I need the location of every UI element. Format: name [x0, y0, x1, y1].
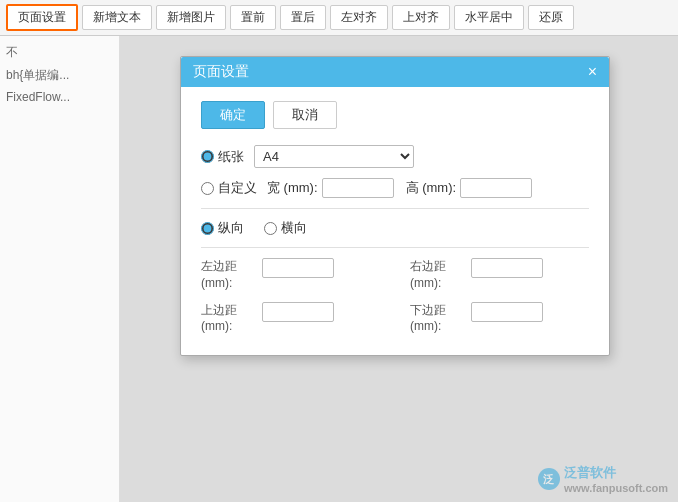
- toolbar-btn-5[interactable]: 左对齐: [330, 5, 388, 30]
- toolbar-btn-8[interactable]: 还原: [528, 5, 574, 30]
- divider2: [201, 247, 589, 248]
- main-area: 不bh{单据编...FixedFlow... 页面设置 × 确定 取消 纸张: [0, 36, 678, 502]
- landscape-label[interactable]: 横向: [264, 219, 307, 237]
- left-margin-item: 左边距(mm):: [201, 258, 380, 292]
- portrait-radio[interactable]: [201, 222, 214, 235]
- top-margin-item: 上边距(mm):: [201, 302, 380, 336]
- paper-size-row: 纸张 A4 A3 B5 Letter 自定义: [201, 145, 589, 168]
- toolbar-btn-3[interactable]: 置前: [230, 5, 276, 30]
- dialog-close-button[interactable]: ×: [588, 64, 597, 80]
- bottom-margin-item: 下边距(mm):: [410, 302, 589, 336]
- left-margin-label: 左边距(mm):: [201, 258, 256, 292]
- cancel-button[interactable]: 取消: [273, 101, 337, 129]
- height-label: 高 (mm):: [406, 179, 457, 197]
- width-input[interactable]: [322, 178, 394, 198]
- toolbar: 页面设置新增文本新增图片置前置后左对齐上对齐水平居中还原: [0, 0, 678, 36]
- sidebar-item-2: FixedFlow...: [6, 90, 113, 104]
- toolbar-btn-2[interactable]: 新增图片: [156, 5, 226, 30]
- content-area: 页面设置 × 确定 取消 纸张 A4 A3: [120, 36, 678, 502]
- paper-label: 纸张: [218, 148, 244, 166]
- custom-radio-label[interactable]: 自定义: [201, 179, 257, 197]
- toolbar-btn-4[interactable]: 置后: [280, 5, 326, 30]
- toolbar-btn-7[interactable]: 水平居中: [454, 5, 524, 30]
- paper-select[interactable]: A4 A3 B5 Letter 自定义: [254, 145, 414, 168]
- orientation-row: 纵向 横向: [201, 219, 589, 237]
- paper-radio-label[interactable]: 纸张: [201, 148, 244, 166]
- toolbar-btn-1[interactable]: 新增文本: [82, 5, 152, 30]
- dialog-action-buttons: 确定 取消: [201, 101, 589, 129]
- paper-radio[interactable]: [201, 150, 214, 163]
- left-margin-input[interactable]: [262, 258, 334, 278]
- divider1: [201, 208, 589, 209]
- custom-label: 自定义: [218, 179, 257, 197]
- custom-radio[interactable]: [201, 182, 214, 195]
- sidebar: 不bh{单据编...FixedFlow...: [0, 36, 120, 502]
- confirm-button[interactable]: 确定: [201, 101, 265, 129]
- right-margin-item: 右边距(mm):: [410, 258, 589, 292]
- toolbar-btn-6[interactable]: 上对齐: [392, 5, 450, 30]
- toolbar-btn-0[interactable]: 页面设置: [6, 4, 78, 31]
- top-margin-label: 上边距(mm):: [201, 302, 256, 336]
- bottom-margin-label: 下边距(mm):: [410, 302, 465, 336]
- margins-section: 左边距(mm): 右边距(mm): 上边距(mm):: [201, 258, 589, 335]
- dialog-title: 页面设置: [193, 63, 249, 81]
- sidebar-item-1: bh{单据编...: [6, 67, 113, 84]
- dialog-header: 页面设置 ×: [181, 57, 609, 87]
- portrait-label[interactable]: 纵向: [201, 219, 244, 237]
- page-settings-dialog: 页面设置 × 确定 取消 纸张 A4 A3: [180, 56, 610, 356]
- width-label: 宽 (mm):: [267, 179, 318, 197]
- bottom-margin-input[interactable]: [471, 302, 543, 322]
- landscape-radio[interactable]: [264, 222, 277, 235]
- dialog-body: 确定 取消 纸张 A4 A3 B5 Letter 自定义: [181, 87, 609, 355]
- height-input[interactable]: [460, 178, 532, 198]
- right-margin-label: 右边距(mm):: [410, 258, 465, 292]
- right-margin-input[interactable]: [471, 258, 543, 278]
- custom-size-row: 自定义 宽 (mm): 高 (mm):: [201, 178, 589, 198]
- sidebar-item-0: 不: [6, 44, 113, 61]
- top-margin-input[interactable]: [262, 302, 334, 322]
